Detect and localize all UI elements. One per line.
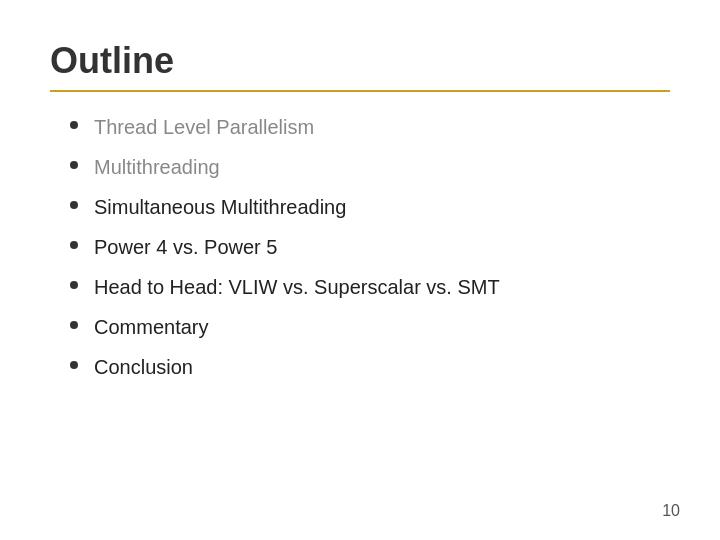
bullet-text: Multithreading: [94, 154, 220, 180]
bullet-dot-icon: [70, 241, 78, 249]
page-number: 10: [662, 502, 680, 520]
title-area: Outline: [50, 40, 670, 92]
bullet-dot-icon: [70, 201, 78, 209]
bullet-text: Commentary: [94, 314, 208, 340]
slide-title: Outline: [50, 40, 670, 82]
bullet-text: Head to Head: VLIW vs. Superscalar vs. S…: [94, 274, 500, 300]
bullet-text: Conclusion: [94, 354, 193, 380]
bullet-text: Thread Level Parallelism: [94, 114, 314, 140]
bullet-dot-icon: [70, 321, 78, 329]
list-item: Power 4 vs. Power 5: [70, 234, 670, 260]
bullet-text: Simultaneous Multithreading: [94, 194, 346, 220]
list-item: Head to Head: VLIW vs. Superscalar vs. S…: [70, 274, 670, 300]
bullet-list: Thread Level ParallelismMultithreadingSi…: [50, 114, 670, 380]
bullet-dot-icon: [70, 121, 78, 129]
list-item: Conclusion: [70, 354, 670, 380]
bullet-dot-icon: [70, 161, 78, 169]
bullet-dot-icon: [70, 281, 78, 289]
list-item: Commentary: [70, 314, 670, 340]
list-item: Simultaneous Multithreading: [70, 194, 670, 220]
title-divider: [50, 90, 670, 92]
slide: Outline Thread Level ParallelismMultithr…: [0, 0, 720, 540]
list-item: Thread Level Parallelism: [70, 114, 670, 140]
list-item: Multithreading: [70, 154, 670, 180]
bullet-dot-icon: [70, 361, 78, 369]
bullet-text: Power 4 vs. Power 5: [94, 234, 277, 260]
